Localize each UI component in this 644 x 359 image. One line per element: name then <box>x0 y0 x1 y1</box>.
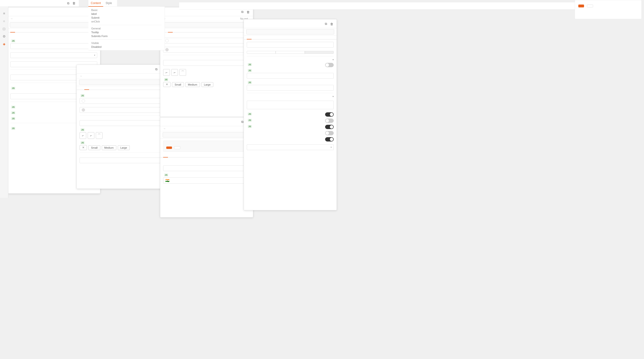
allowed-file-types-label: JS <box>10 40 97 42</box>
title-input-form1[interactable] <box>80 158 164 163</box>
form1-panel: ⧉ 🗑 → 🔍 JS <box>76 65 167 189</box>
br-sq-btn-c1[interactable]: ⌐ <box>163 69 170 76</box>
sidebar-icon-5[interactable]: ◈ <box>3 42 6 46</box>
border-width-input-form1[interactable] <box>80 120 164 126</box>
tab-style-currency[interactable] <box>168 154 173 158</box>
required-toggle-dp[interactable] <box>325 63 334 67</box>
animate-toggle-dp[interactable] <box>325 125 334 129</box>
br-r-btn-c1[interactable]: ⌐ <box>171 69 178 76</box>
audio1-copy-icon[interactable]: ⧉ <box>66 1 70 6</box>
height-select-dp[interactable] <box>247 144 334 150</box>
currency-panel: ⧉ 🗑 → 🔍 ▾ <box>160 117 253 217</box>
allowed-file-types-select[interactable] <box>10 43 97 49</box>
top-right-learn-more-btn[interactable] <box>587 5 593 8</box>
pos-left-btn[interactable] <box>276 51 304 54</box>
currency-search-input[interactable] <box>163 132 250 137</box>
animate-toggle-row-dp: JS <box>247 125 334 129</box>
tab-style-filepicker[interactable] <box>15 29 20 33</box>
required-toggle-row-dp: JS <box>247 63 334 67</box>
visible-toggle-dp[interactable] <box>325 112 334 117</box>
show-shortcuts-toggle-dp[interactable] <box>325 131 334 135</box>
default-value-input-currency[interactable] <box>163 165 250 171</box>
br-f-btn-c1[interactable]: ⌒ <box>180 69 186 76</box>
shadow-large-btn-c1[interactable]: Large <box>201 82 213 87</box>
currency-search-row: 🔍 <box>160 131 253 139</box>
tab-content-filepicker[interactable] <box>10 29 15 33</box>
br-round-btn-form1[interactable]: ⌐ <box>88 132 94 139</box>
submit-label-partial: Submit <box>91 16 162 19</box>
shadow-small-btn-form1[interactable]: Small <box>88 145 100 150</box>
filepicker-search-input[interactable] <box>10 22 98 28</box>
shadow-small-btn-c1[interactable]: Small <box>172 82 184 87</box>
shadow-medium-btn-form1[interactable]: Medium <box>102 145 116 150</box>
container1-body: ⌐ ⌐ ⌒ JS ✕ Small Medium Large <box>160 33 253 92</box>
sidebar-icon-4[interactable]: ⚙ <box>3 35 6 38</box>
disabled-label-partial: Disabled <box>91 46 162 48</box>
container1-entity-row: → No ent... <box>160 16 253 21</box>
container1-copy-icon[interactable]: ⧉ <box>240 10 244 14</box>
shadow-large-btn-form1[interactable]: Large <box>118 145 130 150</box>
currency-entity: → <box>163 127 167 130</box>
visible-js-badge-fp: JS <box>11 106 15 109</box>
top-right-connect-btn[interactable] <box>578 5 584 8</box>
border-color-swatch-container1 <box>165 48 169 51</box>
form1-copy-icon[interactable]: ⧉ <box>154 67 158 72</box>
box-shadow-label-container1: JS <box>163 78 250 81</box>
tooltip-textarea-dp[interactable] <box>247 101 334 109</box>
currency-select-row[interactable]: 🇮🇳 ▾ <box>163 177 250 184</box>
sidebar-icon-3[interactable]: ◻ <box>3 27 6 31</box>
disable-js-badge-fp: JS <box>11 111 15 114</box>
top-right-actions <box>578 5 638 8</box>
sidebar-icon-2[interactable]: ○ <box>3 19 5 23</box>
tab-content-form1[interactable] <box>80 86 84 90</box>
container1-search-input[interactable] <box>163 22 250 28</box>
shadow-x-btn-c1[interactable]: ✕ <box>163 82 170 87</box>
br-square-btn-form1[interactable]: ⌐ <box>80 132 86 139</box>
container1-delete-icon[interactable]: 🗑 <box>246 10 250 14</box>
bg-color-row-form1[interactable] <box>80 98 164 104</box>
shadow-medium-btn-c1[interactable]: Medium <box>185 82 200 87</box>
connect-data-button[interactable] <box>166 147 172 149</box>
validation-arrow-dp: ▾ <box>332 58 334 61</box>
tab-style-form1[interactable] <box>84 86 89 90</box>
tab-content-currency[interactable] <box>163 154 168 158</box>
filepicker-search-row: 🔍 <box>8 21 100 29</box>
tab-content-datepicker[interactable] <box>247 36 252 40</box>
datepicker-panel: ⧉ 🗑 🔍 ▾ <box>244 19 337 210</box>
general-collapse-dp[interactable]: ▾ <box>247 95 334 98</box>
partial-tab-content[interactable]: Content <box>88 0 103 7</box>
pos-top-btn[interactable] <box>305 51 334 54</box>
currency-js-badge: JS <box>164 174 168 176</box>
datepicker-search-input[interactable] <box>246 29 334 35</box>
data-required-banner <box>163 141 250 152</box>
datepicker-delete-icon[interactable]: 🗑 <box>330 22 334 26</box>
animate-js-badge-fp: JS <box>11 117 15 120</box>
validation-collapse-dp[interactable]: ▾ <box>247 58 334 61</box>
form1-search-wrap: 🔍 <box>79 80 164 85</box>
shadow-x-btn-form1[interactable]: ✕ <box>80 145 87 150</box>
pos-auto-btn[interactable] <box>247 51 276 54</box>
data-format-select[interactable] <box>10 52 97 58</box>
min-date-input-dp[interactable] <box>247 73 334 79</box>
border-color-group-container1 <box>163 46 250 53</box>
br-full-btn-form1[interactable]: ⌒ <box>96 132 102 139</box>
max-date-input-dp[interactable] <box>247 85 334 91</box>
border-color-row-form1[interactable] <box>80 107 164 113</box>
border-width-input-container1[interactable] <box>163 60 250 66</box>
partial-tab-style[interactable]: Style <box>103 0 114 7</box>
sidebar-icon-1[interactable]: ≡ <box>3 12 5 15</box>
bg-color-row-container1[interactable] <box>163 38 250 44</box>
form1-search-input[interactable] <box>79 80 164 85</box>
datepicker-copy-icon[interactable]: ⧉ <box>324 22 328 26</box>
disabled-toggle-dp[interactable] <box>325 119 334 123</box>
tab-style-datepicker[interactable] <box>252 36 256 40</box>
close-on-sel-toggle-dp[interactable] <box>325 137 334 142</box>
border-color-row-container1[interactable] <box>163 47 250 53</box>
visible-js-dp: JS <box>248 113 252 115</box>
learn-more-button[interactable] <box>174 146 180 149</box>
tab-style-container1[interactable] <box>168 29 173 33</box>
audio1-delete-icon[interactable]: 🗑 <box>72 1 76 6</box>
label-input-dp[interactable] <box>247 42 334 48</box>
filepicker-entity-left: → <box>10 17 14 20</box>
currency-tabs <box>160 154 253 158</box>
